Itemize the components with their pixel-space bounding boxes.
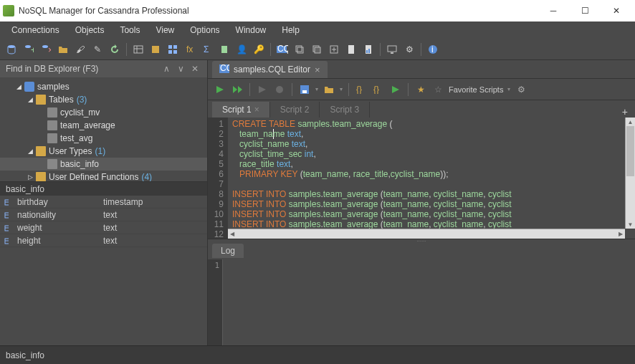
aggregate-icon[interactable]: Σ: [200, 42, 214, 57]
cql-editor-icon[interactable]: CQL: [275, 42, 290, 57]
property-row[interactable]: nationalitytext: [0, 209, 207, 221]
log-tab[interactable]: Log: [212, 244, 244, 258]
menu-tools[interactable]: Tools: [113, 23, 147, 37]
key-icon[interactable]: 🔑: [252, 42, 266, 57]
favorite-label[interactable]: Favorite Scripts: [449, 85, 503, 94]
run-braces-icon[interactable]: [389, 83, 402, 96]
export-icon[interactable]: [327, 42, 341, 57]
window-title: NoSQL Manager for Cassandra Professional: [19, 6, 538, 16]
tree-node[interactable]: test_avg: [0, 132, 207, 145]
braces-icon[interactable]: {}: [355, 83, 368, 96]
refresh-icon[interactable]: [108, 42, 122, 57]
close-button[interactable]: ✕: [601, 0, 632, 21]
maximize-button[interactable]: ☐: [569, 0, 601, 21]
table-icon[interactable]: [131, 42, 145, 57]
svg-text:CQL: CQL: [220, 64, 229, 73]
tree-node[interactable]: ▷User Defined Functions(4): [0, 171, 207, 181]
svg-text:{}: {}: [373, 85, 379, 94]
settings-icon[interactable]: ⚙: [402, 42, 416, 57]
folder-open-icon[interactable]: [56, 42, 70, 57]
svg-rect-23: [348, 45, 354, 54]
script-tab[interactable]: Script 3: [320, 102, 370, 118]
db-remove-icon[interactable]: ×: [39, 42, 53, 57]
horizontal-scrollbar[interactable]: ◀ ▶: [228, 229, 625, 239]
monitor-icon[interactable]: [385, 42, 399, 57]
scroll-thumb[interactable]: [626, 126, 634, 176]
open-icon[interactable]: [323, 83, 335, 96]
db-explorer: Find in DB Explorer (F3) ∧ ∨ ✕ ◢samples◢…: [0, 60, 208, 345]
stop-icon[interactable]: [273, 83, 286, 96]
db-icon[interactable]: [4, 42, 19, 57]
scroll-left-icon[interactable]: ◀: [228, 229, 237, 239]
find-close-icon[interactable]: ✕: [188, 62, 201, 75]
property-row[interactable]: birthdaytimestamp: [0, 196, 207, 209]
svg-rect-5: [134, 46, 143, 53]
svg-rect-9: [168, 45, 172, 49]
db-add-icon[interactable]: +: [22, 42, 36, 57]
app-icon: [3, 5, 14, 16]
main-toolbar: + × 🖌 ✎ fx Σ 👤 🔑 CQL ⚙ i: [0, 39, 635, 60]
script-tab[interactable]: Script 1×: [212, 102, 270, 118]
index-icon[interactable]: [217, 42, 231, 57]
code-content[interactable]: CREATE TABLE samples.team_average ( team…: [228, 118, 635, 239]
run-icon[interactable]: [214, 83, 226, 96]
property-row[interactable]: heighttext: [0, 234, 207, 247]
script-tab[interactable]: Script 2: [270, 102, 320, 118]
tree-node[interactable]: ◢samples: [0, 80, 207, 93]
svg-rect-26: [368, 49, 370, 53]
gear-icon[interactable]: ⚙: [515, 83, 527, 96]
tree-node[interactable]: team_average: [0, 119, 207, 132]
scroll-up-icon[interactable]: ▲: [626, 118, 635, 126]
stop-run-icon[interactable]: [256, 83, 269, 96]
property-row[interactable]: weighttext: [0, 221, 207, 234]
tree-node[interactable]: ◢Tables(3): [0, 93, 207, 106]
log-content[interactable]: [222, 259, 635, 345]
menu-options[interactable]: Options: [183, 23, 226, 37]
run-step-icon[interactable]: [231, 83, 244, 96]
page-icon[interactable]: [344, 42, 358, 57]
find-label[interactable]: Find in DB Explorer (F3): [6, 64, 98, 74]
menu-connections[interactable]: Connections: [4, 23, 67, 37]
tree[interactable]: ◢samples◢Tables(3)cyclist_mvteam_average…: [0, 77, 207, 181]
copy2-icon[interactable]: [310, 42, 324, 57]
scroll-right-icon[interactable]: ▶: [616, 229, 625, 239]
help-icon[interactable]: i: [426, 42, 440, 57]
brush-icon[interactable]: 🖌: [73, 42, 87, 57]
function-icon[interactable]: fx: [183, 42, 197, 57]
edit-icon[interactable]: ✎: [90, 42, 105, 57]
tree-node[interactable]: basic_info: [0, 158, 207, 171]
vertical-scrollbar[interactable]: ▲ ▼: [625, 118, 635, 229]
menu-objects[interactable]: Objects: [68, 23, 112, 37]
save-icon[interactable]: [298, 83, 311, 96]
tree-node[interactable]: ◢User Types(1): [0, 145, 207, 158]
svg-rect-15: [221, 46, 227, 53]
minimize-button[interactable]: ─: [538, 0, 569, 21]
menu-help[interactable]: Help: [274, 23, 307, 37]
svg-rect-10: [173, 45, 177, 49]
copy-icon[interactable]: [292, 42, 307, 57]
tree-node[interactable]: cyclist_mv: [0, 106, 207, 119]
add-script-icon[interactable]: +: [615, 106, 635, 118]
code-editor[interactable]: 123456789101112 CREATE TABLE samples.tea…: [208, 118, 635, 239]
star-outline-icon[interactable]: ☆: [431, 83, 444, 96]
svg-rect-25: [366, 50, 368, 53]
editor-tab[interactable]: CQL samples.CQL Editor ×: [212, 61, 328, 78]
braces2-icon[interactable]: {}: [372, 83, 385, 96]
menu-view[interactable]: View: [148, 23, 181, 37]
script-tab-close-icon[interactable]: ×: [254, 105, 259, 115]
svg-rect-8: [152, 46, 159, 53]
report-icon[interactable]: [361, 42, 376, 57]
tab-close-icon[interactable]: ×: [315, 64, 320, 75]
star-icon[interactable]: ★: [414, 83, 427, 96]
svg-point-3: [42, 45, 48, 48]
find-down-icon[interactable]: ∨: [174, 62, 187, 75]
find-up-icon[interactable]: ∧: [160, 62, 173, 75]
editor-toolbar: ▾ ▾ {} {} ★ ☆ Favorite Scripts ▾ ⚙: [208, 79, 635, 100]
status-text: basic_info: [6, 350, 44, 360]
scroll-down-icon[interactable]: ▼: [626, 220, 635, 229]
titlebar: NoSQL Manager for Cassandra Professional…: [0, 0, 635, 21]
user-icon[interactable]: 👤: [234, 42, 249, 57]
menu-window[interactable]: Window: [229, 23, 274, 37]
schema-icon[interactable]: [148, 42, 163, 57]
grid-icon[interactable]: [166, 42, 180, 57]
